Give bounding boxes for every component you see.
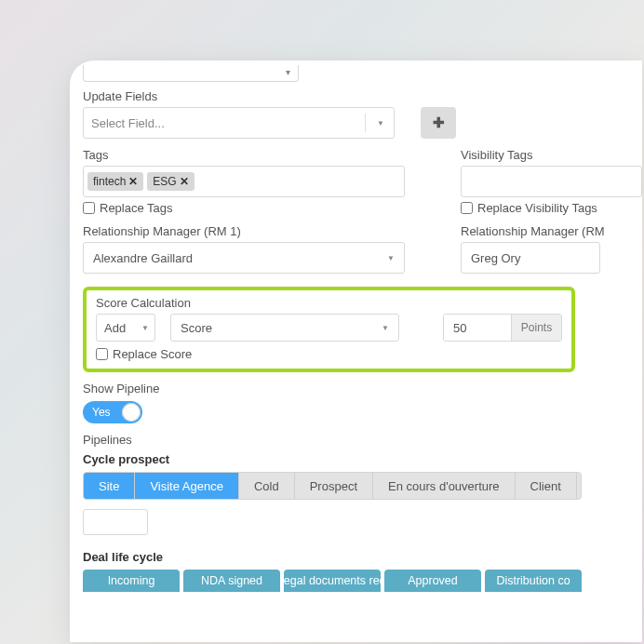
- tag-chip[interactable]: ESG ✕: [147, 172, 194, 191]
- pipeline-stage[interactable]: Visite Agence: [135, 473, 239, 499]
- rm1-select[interactable]: Alexandre Gaillard ▼: [83, 242, 405, 274]
- pipeline-stages-2: IncomingNDA signedBP - Legal documents r…: [83, 570, 582, 592]
- pipeline-stage[interactable]: Approved: [384, 570, 481, 592]
- show-pipeline-toggle[interactable]: Yes: [83, 401, 142, 423]
- plus-icon: ✚: [433, 114, 445, 131]
- caret-down-icon: ▼: [382, 324, 389, 332]
- score-calculation-section: Score Calculation Add ▼ Score ▼ Points R…: [83, 287, 575, 372]
- caret-down-icon: ▼: [387, 254, 395, 262]
- score-title: Score Calculation: [96, 296, 562, 310]
- score-points-input[interactable]: [444, 315, 511, 341]
- tag-text: ESG: [153, 175, 176, 188]
- update-fields-select[interactable]: Select Field... ▼: [83, 107, 395, 139]
- pipeline-name-1: Cycle prospect: [83, 452, 642, 466]
- collapsed-select-top[interactable]: ▾: [83, 65, 299, 82]
- pipeline-stage[interactable]: En cours d'ouverture: [373, 473, 516, 499]
- pipeline-stage[interactable]: BP - Legal documents received: [284, 570, 381, 592]
- caret-down-icon: ▼: [377, 119, 384, 127]
- caret-down-icon: ▾: [286, 67, 290, 77]
- pipeline-input-1[interactable]: [83, 509, 148, 535]
- close-icon[interactable]: ✕: [180, 175, 189, 188]
- pipeline-stage[interactable]: Cold: [239, 473, 295, 499]
- toggle-value: Yes: [92, 406, 111, 419]
- replace-visibility-tags-label: Replace Visibility Tags: [477, 201, 597, 215]
- visibility-tags-label: Visibility Tags: [461, 148, 642, 162]
- visibility-tags-input[interactable]: [461, 166, 642, 197]
- caret-down-icon: ▼: [141, 324, 149, 332]
- rm2-value: Greg Ory: [471, 251, 520, 265]
- replace-visibility-tags-checkbox[interactable]: [461, 202, 473, 214]
- pipeline-stage[interactable]: Pas d'inté: [577, 473, 582, 499]
- score-points-unit: Points: [511, 315, 561, 341]
- pipeline-name-2: Deal life cycle: [83, 550, 642, 564]
- score-op-select[interactable]: Add ▼: [96, 314, 155, 342]
- pipeline-stage[interactable]: Prospect: [295, 473, 373, 499]
- rm2-select[interactable]: Greg Ory: [461, 242, 600, 274]
- tag-chip[interactable]: fintech ✕: [87, 172, 143, 191]
- score-op-value: Add: [104, 321, 126, 335]
- pipeline-stage[interactable]: NDA signed: [183, 570, 280, 592]
- tags-label: Tags: [83, 148, 405, 162]
- show-pipeline-label: Show Pipeline: [83, 382, 642, 396]
- pipeline-stage[interactable]: Distribution co: [485, 570, 582, 592]
- rm2-label: Relationship Manager (RM: [461, 224, 642, 238]
- pipelines-label: Pipelines: [83, 433, 642, 447]
- pipeline-stage[interactable]: Site: [84, 473, 135, 499]
- modal-card: ▾ Update Fields Select Field... ▼ ✚ Tags…: [70, 60, 642, 642]
- add-field-button[interactable]: ✚: [421, 107, 456, 139]
- pipeline-stage[interactable]: Client: [516, 473, 577, 499]
- replace-tags-checkbox[interactable]: [83, 202, 95, 214]
- pipeline-stage[interactable]: Incoming: [83, 570, 180, 592]
- tags-input[interactable]: fintech ✕ ESG ✕: [83, 166, 405, 197]
- replace-score-checkbox[interactable]: [96, 348, 108, 360]
- score-field-value: Score: [181, 321, 212, 335]
- rm1-value: Alexandre Gaillard: [93, 251, 193, 265]
- pipeline-stages-1: SiteVisite AgenceColdProspectEn cours d'…: [83, 472, 582, 500]
- replace-score-label: Replace Score: [113, 347, 192, 361]
- tag-text: fintech: [93, 175, 126, 188]
- rm1-label: Relationship Manager (RM 1): [83, 224, 405, 238]
- replace-tags-label: Replace Tags: [100, 201, 173, 215]
- update-fields-placeholder: Select Field...: [91, 116, 165, 130]
- close-icon[interactable]: ✕: [128, 175, 138, 188]
- toggle-knob: [122, 403, 141, 422]
- score-points-group: Points: [443, 314, 562, 342]
- score-field-select[interactable]: Score ▼: [170, 314, 399, 342]
- update-fields-label: Update Fields: [83, 89, 642, 103]
